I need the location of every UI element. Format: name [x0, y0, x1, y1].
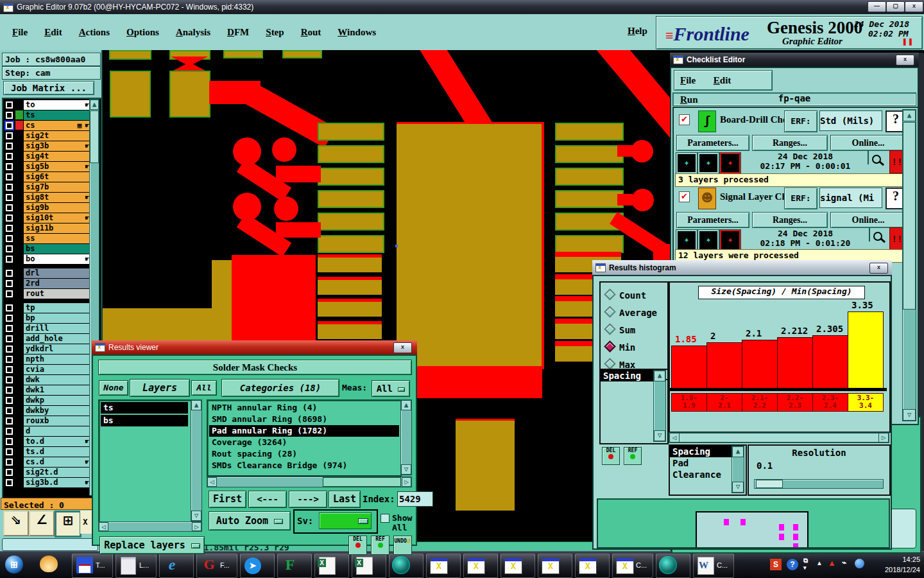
- layer-name[interactable]: cvia: [24, 364, 90, 374]
- f-mail-icon[interactable]: F: [277, 554, 312, 578]
- layer-checkbox[interactable]: [4, 289, 14, 298]
- layer-row-dwk[interactable]: dwk: [4, 374, 89, 385]
- layer-checkbox[interactable]: [4, 447, 14, 456]
- layer-row-sig4t[interactable]: sig4t: [4, 151, 89, 161]
- layer-checkbox[interactable]: [4, 416, 14, 425]
- check-checkbox[interactable]: ✔: [679, 191, 690, 202]
- tray-help-icon[interactable]: ?: [787, 559, 798, 570]
- ranges-button[interactable]: Ranges...: [752, 212, 828, 228]
- stat-option-sum[interactable]: Sum: [606, 321, 667, 338]
- layer-row-dwkp[interactable]: dwkp: [4, 395, 89, 405]
- layer-name[interactable]: add_hole: [24, 333, 90, 344]
- layer-checkbox[interactable]: [4, 375, 14, 384]
- zoom-result-icon[interactable]: [868, 151, 869, 164]
- layer-name[interactable]: sig7b: [24, 182, 90, 192]
- layer-name[interactable]: sig6t: [24, 171, 90, 182]
- layer-name[interactable]: sig9b: [24, 202, 90, 213]
- layer-row-cvia[interactable]: cvia: [4, 364, 89, 374]
- menu-edit[interactable]: Edit: [44, 27, 62, 38]
- layer-row-bs[interactable]: bs: [4, 243, 89, 254]
- layer-name[interactable]: dwk: [24, 374, 90, 385]
- layer-name[interactable]: cs☛▦: [24, 120, 90, 130]
- layer-checkbox[interactable]: [4, 213, 14, 222]
- del-button[interactable]: DEL: [602, 447, 620, 465]
- layer-name[interactable]: ts.d: [24, 446, 90, 457]
- radio-diamond-icon[interactable]: [604, 323, 615, 335]
- filter-none-button[interactable]: None: [99, 380, 128, 396]
- categories-button[interactable]: Categories (18): [221, 379, 339, 397]
- layer-name[interactable]: ts: [24, 110, 90, 120]
- menu-help[interactable]: Help: [628, 26, 647, 37]
- word-doc-icon[interactable]: C...: [693, 554, 734, 578]
- radio-diamond-icon[interactable]: [604, 288, 615, 300]
- layer-row-bo[interactable]: bo☛: [4, 254, 89, 264]
- run-partial-icon[interactable]: ✦: [698, 230, 719, 250]
- layer-name[interactable]: sig11b: [24, 223, 90, 233]
- run-check-icon[interactable]: ✦: [676, 153, 697, 173]
- radio-diamond-icon[interactable]: [604, 340, 615, 352]
- menu-dfm[interactable]: DFM: [227, 27, 249, 38]
- filter-layers-button[interactable]: Layers: [130, 379, 190, 397]
- measure-option-clearance[interactable]: Clearance: [670, 469, 735, 480]
- layer-name[interactable]: ydkdrl: [24, 344, 90, 354]
- genesis-window-icon-3[interactable]: [501, 554, 535, 578]
- erf-button[interactable]: ERF:: [784, 188, 817, 209]
- ranges-button[interactable]: Ranges...: [752, 135, 828, 151]
- run-check-icon[interactable]: ✦: [676, 230, 697, 250]
- layer-checkbox[interactable]: [4, 313, 14, 322]
- layer-row-sig8t[interactable]: sig8t☛: [4, 192, 89, 202]
- stat-option-count[interactable]: Count: [606, 286, 667, 304]
- tray-s-icon[interactable]: S: [770, 559, 782, 570]
- layer-name[interactable]: bo☛: [24, 254, 90, 264]
- viewer-layer-list[interactable]: tsbs: [98, 399, 192, 523]
- parameters-button[interactable]: Parameters...: [676, 135, 749, 151]
- layer-checkbox[interactable]: [4, 478, 14, 487]
- genesis-orb-icon-1[interactable]: [389, 554, 424, 578]
- viewer-del-button[interactable]: DEL: [348, 536, 367, 555]
- checklist-title-bar[interactable]: Checklist Editor x: [670, 53, 919, 67]
- check-checkbox[interactable]: ✔: [679, 114, 690, 125]
- measure-option-pad[interactable]: Pad: [670, 457, 735, 469]
- layer-checkbox[interactable]: [4, 172, 14, 181]
- stat-option-average[interactable]: Average: [606, 304, 667, 321]
- layer-name[interactable]: bs: [24, 243, 90, 254]
- layer-row-tp[interactable]: tp: [4, 302, 89, 313]
- sv-dropdown[interactable]: [319, 512, 372, 529]
- layer-checkbox[interactable]: [4, 141, 14, 150]
- first-button[interactable]: First: [209, 491, 246, 508]
- ref-button[interactable]: REF: [624, 447, 642, 465]
- layer-row-rout[interactable]: rout: [4, 288, 89, 299]
- layer-name[interactable]: to.d☛: [24, 436, 90, 446]
- angle-measure-icon[interactable]: ∠: [29, 511, 55, 536]
- menu-file[interactable]: File: [12, 27, 28, 38]
- category-item[interactable]: Rout spacing (28): [209, 448, 399, 460]
- genesis-orb-icon-2[interactable]: [656, 554, 690, 578]
- layer-name[interactable]: sig3b☛: [24, 141, 90, 151]
- checklist-close-icon[interactable]: x: [896, 55, 914, 66]
- viewer-layer-vscroll[interactable]: ▲▽: [191, 399, 202, 521]
- tray-window-icon[interactable]: ⧉: [803, 557, 808, 565]
- category-hscroll[interactable]: ◁▷: [207, 477, 412, 487]
- layer-row-sig3b.d[interactable]: sig3b.d☛: [4, 477, 89, 487]
- menu-step[interactable]: Step: [266, 27, 284, 38]
- layer-name[interactable]: dwkby: [24, 405, 90, 416]
- filter-all-button[interactable]: All: [191, 380, 217, 396]
- layer-checkbox[interactable]: [4, 468, 14, 477]
- menu-actions[interactable]: Actions: [79, 27, 110, 38]
- menu-options[interactable]: Options: [126, 27, 159, 38]
- coordinate-input[interactable]: [2, 538, 98, 551]
- layer-checkbox[interactable]: [4, 457, 14, 466]
- viewer-layer-ts[interactable]: ts: [101, 402, 188, 414]
- layer-name[interactable]: ss: [24, 233, 90, 243]
- layer-name[interactable]: sig8t☛: [24, 192, 90, 202]
- online-button[interactable]: Online...: [830, 135, 906, 151]
- measure-list-scrollbar[interactable]: ▲ ▽: [732, 446, 744, 493]
- genesis-window-icon-5[interactable]: [575, 554, 610, 578]
- layer-checkbox[interactable]: [4, 162, 14, 171]
- viewer-title-bar[interactable]: Results viewer x: [92, 340, 417, 355]
- erf-value-field[interactable]: Std (Mils): [819, 110, 882, 131]
- list-app-icon[interactable]: L...: [116, 554, 157, 578]
- genesis-window-icon-2[interactable]: [463, 554, 498, 578]
- stop-check-icon[interactable]: ✦: [720, 153, 740, 173]
- layer-checkbox[interactable]: [4, 406, 14, 415]
